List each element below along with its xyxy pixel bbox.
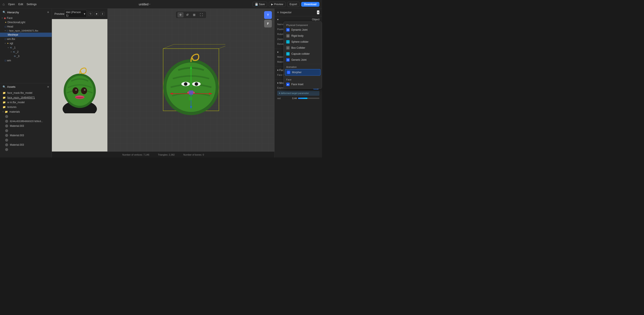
dropdown-face-inset-label: Face Inset xyxy=(291,83,303,86)
material-dot-icon xyxy=(5,120,8,123)
hierarchy-section: 🔍 Hierarchy + ▾ ◉ Face ✦ DirectionalLigh… xyxy=(0,9,52,83)
material-dot-icon xyxy=(5,129,8,132)
face-icon: ◉ xyxy=(4,17,6,20)
svg-point-5 xyxy=(72,87,78,94)
title-dropdown-caret[interactable]: ▾ xyxy=(149,3,150,5)
asset-face-mask[interactable]: 📁 face_mask.fbx_model xyxy=(0,91,52,95)
menu-edit[interactable]: Edit xyxy=(18,3,23,6)
asset-dot2 xyxy=(0,128,52,133)
asset-dot1 xyxy=(0,114,52,119)
tree-item-wm[interactable]: □ wm xyxy=(0,58,52,63)
vertex-count: Number of vertices: 7,146 xyxy=(122,153,149,156)
preview-button[interactable]: ▶ Preview xyxy=(269,2,286,7)
asset-wm-fbx[interactable]: 📁 w m.fbx_model xyxy=(0,100,52,105)
viewport-3d[interactable]: ✛ ↺ ⊞ ⛶ T F xyxy=(108,9,274,151)
asset-label-mat003-1: Material.003 xyxy=(10,124,24,127)
dropdown-box-collider[interactable]: □ Box Collider xyxy=(284,45,322,51)
tree-label-mesheye: Mesheye xyxy=(8,33,18,36)
head-icon: □ xyxy=(5,25,6,28)
asset-8244[interactable]: 8244c4553ff848669257d08c6... xyxy=(0,119,52,124)
tree-label-wm-fbx: wm.fbx xyxy=(7,38,15,41)
preview-content xyxy=(52,19,108,151)
tree-item-directional-light[interactable]: ✦ DirectionalLight xyxy=(0,20,52,25)
svg-line-11 xyxy=(219,45,225,49)
dropdown-rigid-body[interactable]: ⬡ Rigid body xyxy=(284,33,322,39)
red-label: red xyxy=(277,97,292,100)
asset-textures[interactable]: 📁 textures xyxy=(0,105,52,109)
face-fbx-icon: □ xyxy=(7,29,8,32)
inspector-title: Inspector xyxy=(280,11,292,14)
asset-face-npzn[interactable]: 📁 face_npzn_1648465671 xyxy=(0,95,52,100)
hierarchy-add-button[interactable]: + xyxy=(47,10,49,14)
person-label: Idel (Person 1) xyxy=(66,11,83,17)
export-button[interactable]: Export xyxy=(287,2,300,7)
tree-item-face-fbx[interactable]: ▾ □ face_npzn_1648465671.fbx xyxy=(0,29,52,33)
dropdown-rigid-body-label: Rigid body xyxy=(291,34,304,37)
svg-line-10 xyxy=(163,45,174,49)
menu-settings[interactable]: Settings xyxy=(26,3,37,6)
collapse-button[interactable]: ⊻ xyxy=(100,12,105,16)
dropdown-morpher[interactable]: ⬡ Morpher xyxy=(285,69,320,76)
wm-fbx-icon: □ xyxy=(5,38,6,40)
download-button[interactable]: Download xyxy=(301,2,320,7)
tree-item-wm-fbx[interactable]: □ wm.fbx xyxy=(0,37,52,41)
rigid-body-icon: ⬡ xyxy=(286,34,290,38)
stop-button[interactable]: ■ xyxy=(94,12,99,16)
menu-open[interactable]: Open xyxy=(8,3,15,6)
home-button[interactable]: ⌂ xyxy=(2,2,5,6)
refresh-button[interactable]: ↻ xyxy=(88,12,93,16)
inspector-add-button[interactable]: + xyxy=(317,10,320,14)
tree-label-face-fbx: face_npzn_1648465671.fbx xyxy=(9,29,38,32)
tree-item-_3[interactable]: ⟲ _3 xyxy=(0,54,52,58)
red-slider-track[interactable] xyxy=(298,98,320,99)
expand-arrow-face-fbx: ▾ xyxy=(5,30,7,32)
rotate-tool-button[interactable]: ↺ xyxy=(184,12,190,17)
deformed-param[interactable]: ▾ deformed target parameter xyxy=(277,91,320,96)
dropdown-generic-joint[interactable]: ⚙ Generic Joint xyxy=(284,57,322,63)
svg-point-8 xyxy=(84,89,86,91)
save-button[interactable]: 💾 Save xyxy=(252,2,267,7)
expand-arrow-materials: ▾ xyxy=(2,111,5,113)
dropdown-generic-joint-label: Generic Joint xyxy=(291,58,306,61)
tree-item-mesheye[interactable]: Mesheye xyxy=(0,33,52,37)
preview-face-svg xyxy=(58,58,101,113)
tree-label-head: Head xyxy=(7,25,13,28)
deformed-param-caret: ▾ xyxy=(279,92,281,94)
dropdown-capsule-collider[interactable]: ⬯ Capsule collider xyxy=(284,51,322,57)
material-dot-icon xyxy=(5,134,8,137)
hierarchy-tree: ▾ ◉ Face ✦ DirectionalLight □ Head xyxy=(0,16,52,63)
asset-mat003-2[interactable]: Material.003 xyxy=(0,133,52,138)
assets-list: 📁 face_mask.fbx_model 📁 face_npzn_164846… xyxy=(0,91,52,152)
wm-icon: □ xyxy=(5,59,6,62)
tree-item-_2[interactable]: ▾ ⟲ _2 xyxy=(0,50,52,54)
scale-tool-button[interactable]: ⊞ xyxy=(191,12,197,17)
red-slider-fill xyxy=(298,98,308,99)
dropdown-face-inset[interactable]: ◈ Face Inset xyxy=(284,81,322,87)
asset-materials[interactable]: ▾ 📁 materials xyxy=(0,109,52,114)
assets-add-button[interactable]: + xyxy=(47,85,49,89)
preview-icon: ▶ xyxy=(271,3,273,6)
object-section-header[interactable]: ▾ Object xyxy=(277,18,320,21)
tree-item-head[interactable]: □ Head xyxy=(0,25,52,29)
dropdown-sphere-collider[interactable]: ○ Sphere collider xyxy=(284,39,322,45)
dropdown-dynamic-joint-label: Dynamic Joint xyxy=(291,28,308,31)
status-bar: Number of vertices: 7,146 Triangles: 2,3… xyxy=(52,151,274,158)
viewport-avatar-f: F xyxy=(264,20,272,28)
asset-mat003-3[interactable]: Material.003 xyxy=(0,142,52,147)
tree-label-face: Face xyxy=(7,17,13,20)
center-area: Preview Idel (Person 1) ▾ ↻ ■ ⊻ xyxy=(52,9,274,158)
tree-item-xgt[interactable]: ▾ ✦ xgt xyxy=(0,41,52,46)
frame-tool-button[interactable]: ⛶ xyxy=(198,12,204,17)
material-dot-icon xyxy=(5,139,8,142)
bone-count: Number of bones: 0 xyxy=(183,153,204,156)
tree-item-face[interactable]: ▾ ◉ Face xyxy=(0,16,52,20)
inspector-panel: ≡ Inspector + ▾ Object Name Position Rot… xyxy=(274,9,322,158)
red-slider-row: red 0.44 xyxy=(277,97,320,100)
move-tool-button[interactable]: ✛ xyxy=(178,12,184,17)
dropdown-animation-label: Animation xyxy=(284,65,322,69)
asset-mat003-1[interactable]: Material.003 xyxy=(0,124,52,128)
dropdown-dynamic-joint[interactable]: ⚙ Dynamic Joint xyxy=(284,27,322,33)
tree-item-_1[interactable]: ▾ ⟲ _1 xyxy=(0,46,52,50)
person-dropdown[interactable]: Idel (Person 1) ▾ xyxy=(64,10,87,18)
red-value: 0.44 xyxy=(292,97,297,100)
